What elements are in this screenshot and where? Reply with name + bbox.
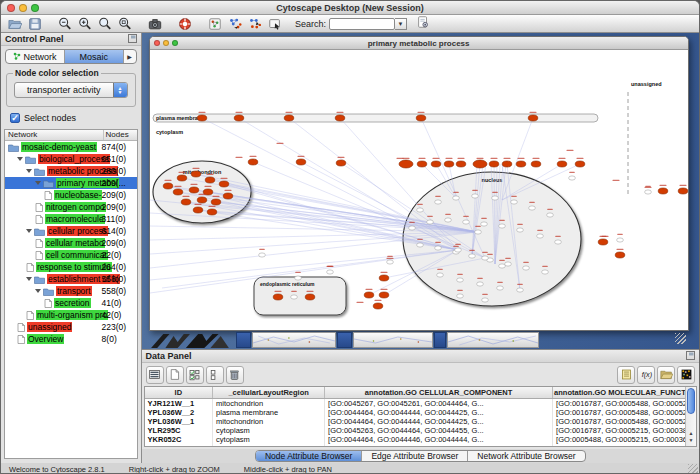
select-attributes-icon[interactable] xyxy=(186,366,204,384)
network-node[interactable] xyxy=(522,266,529,270)
tree-row-nitrogen-compo[interactable]: nitrogen compo209(0) xyxy=(5,201,137,213)
title-bar[interactable]: Cytoscape Desktop (New Session) xyxy=(1,1,699,15)
network-node[interactable] xyxy=(223,193,233,199)
tree-row-biological-process[interactable]: biological_process651(0) xyxy=(5,153,137,165)
network-node[interactable] xyxy=(471,194,478,198)
table-row[interactable]: YDR039C__1mitochondrion[GO:0044464, GO:0… xyxy=(145,444,687,447)
background-window[interactable] xyxy=(447,332,539,348)
tree-row-cell-communicat[interactable]: cell communicat22(0) xyxy=(5,249,137,261)
open-file-icon[interactable] xyxy=(7,16,23,31)
zoom-out-icon[interactable] xyxy=(57,16,73,31)
network-node[interactable] xyxy=(386,260,393,264)
network-node[interactable] xyxy=(189,187,199,193)
tree-row-multi-organism-pro[interactable]: multi-organism pro42(0) xyxy=(5,309,137,321)
network-node[interactable] xyxy=(489,161,499,167)
network-node[interactable] xyxy=(516,288,523,292)
table-row[interactable]: YKR052Ccytoplasm[GO:0044464, GO:0044446,… xyxy=(145,435,687,444)
search-input[interactable] xyxy=(329,18,395,30)
network-node[interactable] xyxy=(434,246,441,250)
zoom-selected-icon[interactable] xyxy=(117,16,133,31)
network-node[interactable] xyxy=(575,161,585,167)
tab-mosaic[interactable]: Mosaic xyxy=(65,50,124,63)
network-node[interactable] xyxy=(197,197,207,203)
network-node[interactable] xyxy=(481,298,488,302)
network-node[interactable] xyxy=(491,196,498,200)
network-modify-b-icon[interactable] xyxy=(247,16,263,31)
disclosure-triangle-icon[interactable] xyxy=(35,289,41,293)
disclosure-triangle-icon[interactable] xyxy=(26,277,32,281)
network-node[interactable] xyxy=(426,220,433,224)
network-node[interactable] xyxy=(416,115,426,121)
network-node[interactable] xyxy=(496,286,503,290)
network-node[interactable] xyxy=(476,282,483,286)
network-node[interactable] xyxy=(456,161,466,167)
network-node[interactable] xyxy=(219,181,229,187)
tree-row-cellular-process[interactable]: cellular process614(0) xyxy=(5,225,137,237)
network-node[interactable] xyxy=(498,264,505,268)
network-node[interactable] xyxy=(615,252,625,258)
network-node[interactable] xyxy=(379,275,389,281)
network-node[interactable] xyxy=(480,222,487,226)
table-column-header[interactable]: _cellularLayoutRegion xyxy=(213,387,325,399)
select-nodes-checkbox[interactable]: ✓ xyxy=(10,113,20,123)
network-modify-a-icon[interactable] xyxy=(227,16,243,31)
network-node[interactable] xyxy=(452,196,459,200)
network-node[interactable] xyxy=(528,115,538,121)
minimized-window[interactable] xyxy=(236,332,251,348)
tree-row-overview[interactable]: Overview8(0) xyxy=(5,333,137,345)
scrollbar-thumb[interactable] xyxy=(687,388,695,414)
network-node[interactable] xyxy=(364,292,374,298)
network-node[interactable] xyxy=(197,115,207,121)
network-node[interactable] xyxy=(305,294,315,300)
tree-row-macromolecule[interactable]: macromolecule311(0) xyxy=(5,213,137,225)
tree-row-primary-metabol[interactable]: primary metabol209(... xyxy=(5,177,137,189)
network-node[interactable] xyxy=(510,200,517,204)
import-attributes-icon[interactable] xyxy=(657,366,675,384)
network-node[interactable] xyxy=(173,189,183,195)
export-image-icon[interactable] xyxy=(147,16,163,31)
network-node[interactable] xyxy=(207,209,217,215)
network-node[interactable] xyxy=(502,161,512,167)
network-node[interactable] xyxy=(462,220,469,224)
network-node[interactable] xyxy=(616,238,623,242)
node-color-combo[interactable]: transporter activity ▲▼ xyxy=(14,82,128,98)
network-node[interactable] xyxy=(273,294,283,300)
background-window[interactable] xyxy=(353,332,433,348)
table-row[interactable]: YLR295Ccytoplasm[GO:0045263, GO:0044464,… xyxy=(145,426,687,435)
tab-edge-attribute-browser[interactable]: Edge Attribute Browser xyxy=(362,451,468,461)
tree-row-metabolic-process[interactable]: metabolic process280(0) xyxy=(5,165,137,177)
float-panel-icon[interactable] xyxy=(686,351,695,362)
network-node[interactable] xyxy=(473,160,487,168)
network-node[interactable] xyxy=(456,278,463,282)
save-session-icon[interactable] xyxy=(27,16,43,31)
disclosure-triangle-icon[interactable] xyxy=(35,181,41,185)
network-small-icon[interactable] xyxy=(207,16,223,31)
network-node[interactable] xyxy=(658,188,668,194)
network-node[interactable] xyxy=(373,303,383,309)
network-node[interactable] xyxy=(205,177,215,183)
window-resize-grip[interactable] xyxy=(675,333,686,344)
network-node[interactable] xyxy=(516,228,523,232)
tree-row-secretion[interactable]: secretion41(0) xyxy=(5,297,137,309)
table-row[interactable]: YPL036W__1mitochondrion[GO:0044464, GO:0… xyxy=(145,417,687,426)
search-options-icon[interactable] xyxy=(415,14,431,29)
network-node[interactable] xyxy=(504,262,511,266)
table-row[interactable]: YPL036W__2plasma membrane[GO:0044464, GO… xyxy=(145,408,687,417)
network-node[interactable] xyxy=(290,295,297,299)
network-node[interactable] xyxy=(474,230,481,234)
network-node[interactable] xyxy=(644,190,651,194)
network-node[interactable] xyxy=(181,199,191,205)
zoom-fit-icon[interactable] xyxy=(97,16,113,31)
network-node[interactable] xyxy=(554,240,561,244)
network-node[interactable] xyxy=(678,188,688,194)
network-node[interactable] xyxy=(284,115,294,121)
table-column-header[interactable]: ID xyxy=(145,387,213,399)
matrix-view-icon[interactable] xyxy=(677,366,695,384)
network-window-titlebar[interactable]: primary metabolic process xyxy=(150,37,688,50)
network-node[interactable] xyxy=(528,206,535,210)
network-node[interactable] xyxy=(408,226,415,230)
attribute-columns-icon[interactable] xyxy=(146,366,164,384)
unselect-attributes-icon[interactable] xyxy=(206,366,224,384)
network-node[interactable] xyxy=(336,160,346,166)
tree-row-cellular-metabo[interactable]: cellular metabo209(0) xyxy=(5,237,137,249)
